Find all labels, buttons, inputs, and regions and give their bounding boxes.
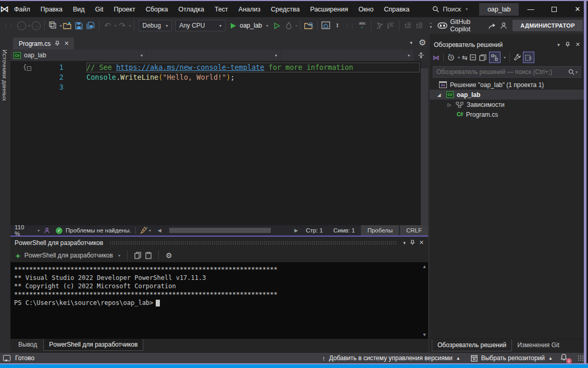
switch-views-icon[interactable]: ⋈ [433,54,440,62]
terminal-scrollbar[interactable]: ▲▼ [421,262,428,339]
editor-vertical-scrollbar[interactable] [421,61,428,225]
problems-status-text[interactable]: Проблемы не найдены. [66,227,131,234]
github-copilot-label[interactable]: GitHub Copilot [450,18,484,33]
solution-search-box[interactable]: ▾ [433,66,581,78]
menu-window[interactable]: Окно [353,3,379,16]
tab-list-chevron-icon[interactable]: ▾ [410,40,412,45]
tree-row-project[interactable]: ◢ C# oap_lab [430,90,584,100]
close-panel-icon[interactable]: ✕ [576,41,580,48]
pending-changes-filter-icon[interactable] [447,54,455,61]
toolbar-grip[interactable]: ⋮⋮ [345,23,355,28]
format-document-icon[interactable] [385,19,396,32]
zoom-dropdown[interactable]: 110 % ▾ [10,224,44,237]
solution-explorer-header[interactable]: Обозреватель решений ▾ ✕ [430,40,584,50]
terminal-header[interactable]: PowerShell для разработчиков ▾ ✕ [10,237,428,249]
undo-button[interactable]: ↶ [103,19,113,32]
search-control[interactable]: Поиск ▾ [428,4,472,15]
menu-view[interactable]: Вид [68,3,90,16]
decrease-indent-icon[interactable] [403,19,413,32]
spell-check-button[interactable]: abc✓ [357,19,368,32]
gear-icon[interactable]: ⚙ [419,38,426,47]
navigate-forward-button[interactable]: → [31,19,41,32]
code-cleanup-broom-icon[interactable] [140,227,148,234]
increase-indent-icon[interactable] [414,19,424,32]
terminal-output[interactable]: ****************************************… [10,262,428,339]
project-dropdown[interactable]: C# oap_lab ▾ [10,50,147,61]
chevron-down-icon[interactable]: ▾ [458,55,460,60]
outline-brace-icon[interactable]: {ᵃ [10,63,46,72]
chevron-down-icon[interactable]: ▾ [118,253,120,258]
solution-search-input[interactable] [436,68,566,76]
chevron-down-icon[interactable]: ▾ [557,42,560,47]
find-in-files-button[interactable] [304,19,314,32]
pin-icon[interactable] [410,240,415,246]
feedback-icon[interactable] [44,227,51,234]
open-file-button[interactable] [62,19,73,32]
notifications-button[interactable]: 1 [560,353,570,363]
tree-row-program-cs[interactable]: C# Program.cs [430,109,584,119]
line-indicator[interactable]: Стр: 1 [301,227,328,234]
menu-help[interactable]: Справка [379,3,415,16]
new-project-button[interactable] [48,19,58,32]
menu-build[interactable]: Сборка [141,3,173,16]
menu-file[interactable]: Файл [9,3,35,16]
platform-dropdown[interactable]: Any CPU▾ [175,20,226,31]
hot-reload-button[interactable] [283,19,294,32]
close-panel-icon[interactable]: ✕ [419,239,424,246]
start-debugging-button[interactable]: oap_lab ▾ [227,19,271,32]
pin-icon[interactable] [565,42,570,47]
menu-extensions[interactable]: Расширения [305,3,353,16]
search-icon[interactable] [568,69,574,75]
type-dropdown[interactable]: ▾ [147,50,281,61]
edit-pointer-icon[interactable] [374,19,384,32]
horizontal-scrollbar[interactable]: ◀ ▶ [155,227,301,234]
menu-edit[interactable]: Правка [35,3,68,16]
chevron-down-icon[interactable]: ▾ [149,228,151,233]
tab-git-changes[interactable]: Изменения Git [512,339,565,351]
show-all-files-button[interactable] [523,52,534,63]
tree-row-solution[interactable]: ⋈ Решение "oap_lab" (1 проекта 1) [430,80,584,90]
new-terminal-label[interactable]: PowerShell для разработчиков [24,252,113,259]
save-button[interactable] [74,19,84,32]
member-dropdown[interactable]: ▾ [281,50,414,61]
sync-with-active-document-button[interactable] [489,52,501,63]
chevron-down-icon[interactable]: ▾ [504,55,506,60]
scroll-left-icon[interactable]: ◀ [155,228,164,233]
no-problems-check-icon[interactable]: ✓ [56,227,62,234]
copy-icon[interactable] [134,252,141,259]
minimize-button[interactable]: — [519,1,542,17]
quotes-toggle-icon[interactable]: "▾ [426,19,436,32]
sync-namespaces-icon[interactable]: ⇆ [462,54,468,62]
resize-grip[interactable] [578,355,584,361]
feedback-person-icon[interactable] [498,19,509,32]
save-all-button[interactable] [85,19,96,32]
gear-icon[interactable]: ⚙ [166,251,172,260]
toolbar-grip[interactable]: ⋮⋮ [4,23,14,28]
solution-name-badge[interactable]: oap_lab [479,3,519,16]
menu-git[interactable]: Git [90,3,109,16]
scroll-right-icon[interactable]: ▶ [292,228,301,233]
chevron-down-icon[interactable]: ▾ [60,23,62,28]
collapse-all-icon[interactable] [470,54,477,61]
spaces-toggle[interactable]: Пробелы [361,225,399,236]
task-status-icon[interactable] [3,355,10,361]
line-ending-toggle[interactable]: CRLF [400,225,428,236]
chevron-down-icon[interactable]: ▾ [28,23,30,28]
scrollbar-thumb[interactable] [169,228,271,233]
tab-powershell[interactable]: PowerShell для разработчиков [43,339,143,351]
new-terminal-plus-icon[interactable]: + [16,251,20,260]
share-button[interactable] [487,19,497,32]
menu-test[interactable]: Тест [209,3,233,16]
configuration-dropdown[interactable]: Debug▾ [139,20,172,31]
code-link[interactable]: https://aka.ms/new-console-template [116,63,264,71]
pin-icon[interactable] [55,41,60,46]
menu-tools[interactable]: Средства [266,3,305,16]
paste-icon[interactable] [145,252,152,259]
solution-home-button[interactable] [321,19,331,32]
tab-solution-explorer[interactable]: Обозреватель решений [432,339,512,351]
menu-project[interactable]: Проект [109,3,141,16]
start-without-debugging-button[interactable] [272,19,282,32]
close-tab-icon[interactable]: ✕ [64,40,69,47]
add-to-source-control-button[interactable]: ↑ Добавить в систему управления версиями… [319,354,463,362]
scope-to-this-icon[interactable] [479,54,487,61]
